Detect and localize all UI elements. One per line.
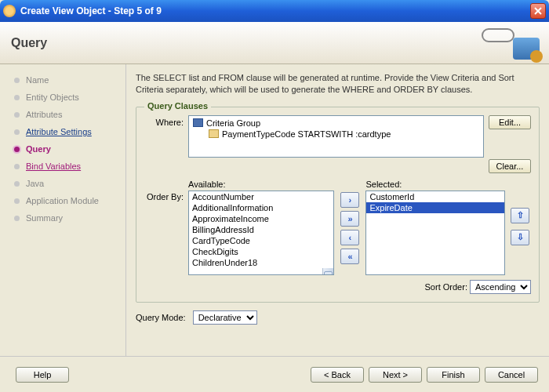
- remove-all-button[interactable]: «: [340, 249, 359, 264]
- add-button[interactable]: ›: [340, 192, 359, 208]
- nav-dot-icon: [14, 164, 20, 169]
- clear-button[interactable]: Clear...: [489, 159, 531, 173]
- scrollbar[interactable]: [322, 268, 333, 275]
- nav-step-0: Name: [14, 75, 118, 85]
- sort-order-select[interactable]: Ascending: [470, 280, 531, 294]
- close-button[interactable]: [530, 3, 546, 19]
- next-button[interactable]: Next >: [369, 367, 422, 383]
- list-item[interactable]: AdditionalInformation: [189, 202, 333, 213]
- double-chevron-right-icon: »: [347, 214, 352, 223]
- selected-list[interactable]: CustomerIdExpireDate: [365, 191, 505, 275]
- query-mode-select[interactable]: Declarative: [193, 310, 257, 325]
- where-tree[interactable]: Criteria Group PaymentTypeCode STARTSWIT…: [188, 115, 484, 158]
- nav-dot-icon: [14, 112, 20, 118]
- nav-step-label: Query: [26, 144, 51, 154]
- remove-button[interactable]: ‹: [340, 230, 359, 245]
- intro-text: The SELECT list and FROM clause will be …: [136, 72, 540, 96]
- arrow-up-icon: ⇧: [517, 210, 524, 220]
- move-down-button[interactable]: ⇩: [511, 230, 529, 245]
- nav-dot-icon: [14, 198, 20, 204]
- nav-step-3[interactable]: Attribute Settings: [14, 127, 118, 136]
- available-list[interactable]: AccountNumberAdditionalInformationApprox…: [188, 191, 334, 275]
- wizard-nav: NameEntity ObjectsAttributesAttribute Se…: [0, 64, 125, 356]
- criteria-item-icon: [209, 129, 219, 138]
- criteria-group-icon: [193, 118, 203, 127]
- nav-step-label: Application Module: [26, 196, 99, 205]
- back-button[interactable]: < Back: [311, 367, 364, 383]
- list-item[interactable]: ExpireDate: [366, 202, 504, 213]
- tree-root[interactable]: Criteria Group: [193, 118, 479, 128]
- nav-dot-icon: [14, 181, 20, 187]
- orderby-label: Order By:: [144, 180, 184, 275]
- nav-step-1: Entity Objects: [14, 93, 118, 102]
- sort-order-label: Sort Order:: [425, 282, 467, 292]
- nav-step-label: Name: [26, 75, 49, 85]
- tree-root-label: Criteria Group: [206, 118, 260, 128]
- nav-step-5[interactable]: Bind Variables: [14, 162, 118, 171]
- app-icon: [3, 5, 16, 17]
- tree-child-label: PaymentTypeCode STARTSWITH :cardtype: [222, 129, 391, 139]
- list-item[interactable]: ApproximateIncome: [189, 213, 333, 224]
- list-item[interactable]: ChildrenUnder18: [189, 257, 333, 268]
- content-panel: The SELECT list and FROM clause will be …: [125, 64, 549, 356]
- window-title: Create View Object - Step 5 of 9: [20, 5, 530, 16]
- chevron-left-icon: ‹: [349, 233, 352, 242]
- available-label: Available:: [188, 180, 334, 189]
- footer: Help < Back Next > Finish Cancel: [0, 356, 549, 392]
- nav-step-2: Attributes: [14, 110, 118, 119]
- fieldset-legend: Query Clauses: [144, 101, 211, 111]
- selected-label: Selected:: [365, 180, 505, 189]
- header-graphic: [477, 27, 540, 60]
- edit-button[interactable]: Edit...: [489, 115, 531, 129]
- nav-dot-icon: [14, 147, 20, 152]
- nav-step-label: Bind Variables: [26, 162, 81, 171]
- list-item[interactable]: BillingAddressId: [189, 224, 333, 235]
- nav-step-4: Query: [14, 144, 118, 154]
- nav-step-7: Application Module: [14, 196, 118, 205]
- chevron-right-icon: ›: [349, 195, 352, 205]
- titlebar: Create View Object - Step 5 of 9: [0, 0, 549, 22]
- scroll-thumb[interactable]: [324, 271, 333, 275]
- nav-step-label: Attributes: [26, 110, 62, 119]
- help-button[interactable]: Help: [16, 367, 69, 383]
- gear-icon: [532, 52, 541, 61]
- cancel-button[interactable]: Cancel: [485, 367, 538, 383]
- finish-button[interactable]: Finish: [427, 367, 480, 383]
- where-label: Where:: [144, 115, 184, 127]
- tree-child[interactable]: PaymentTypeCode STARTSWITH :cardtype: [209, 129, 479, 139]
- nav-dot-icon: [14, 95, 20, 100]
- query-clauses-group: Query Clauses Where: Criteria Group Paym…: [136, 107, 540, 303]
- list-item[interactable]: CustomerId: [366, 191, 504, 202]
- move-up-button[interactable]: ⇧: [511, 208, 529, 223]
- nav-dot-icon: [14, 78, 20, 83]
- list-item[interactable]: CheckDigits: [189, 246, 333, 257]
- list-item[interactable]: CardTypeCode: [189, 235, 333, 246]
- add-all-button[interactable]: »: [340, 211, 359, 227]
- query-mode-label: Query Mode:: [136, 313, 186, 322]
- nav-step-label: Java: [26, 179, 44, 188]
- nav-step-6: Java: [14, 179, 118, 188]
- nav-step-label: Entity Objects: [26, 93, 79, 102]
- list-item[interactable]: AccountNumber: [189, 191, 333, 202]
- glasses-icon: [482, 28, 514, 42]
- nav-dot-icon: [14, 129, 20, 135]
- page-title: Query: [11, 36, 47, 50]
- nav-step-8: Summary: [14, 213, 118, 223]
- nav-step-label: Attribute Settings: [26, 127, 92, 136]
- close-icon: [534, 7, 542, 15]
- nav-step-label: Summary: [26, 213, 63, 223]
- double-chevron-left-icon: «: [347, 252, 352, 261]
- header-band: Query: [0, 22, 549, 64]
- nav-dot-icon: [14, 216, 20, 221]
- arrow-down-icon: ⇩: [517, 232, 524, 242]
